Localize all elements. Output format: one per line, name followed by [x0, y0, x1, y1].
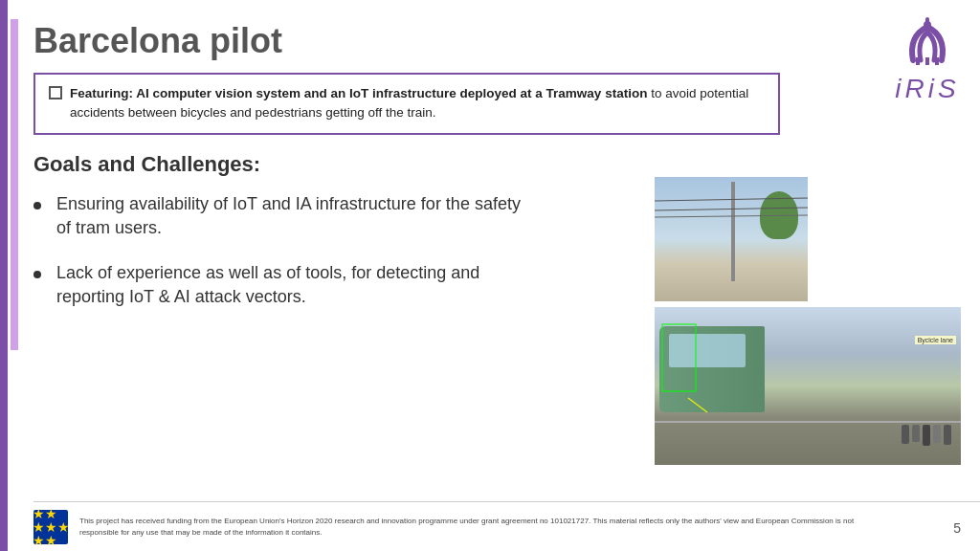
bullet-text-2: Lack of experience as well as of tools, … [56, 261, 522, 309]
checkbox-icon [49, 86, 62, 99]
sky-scene [655, 177, 808, 301]
svg-line-8 [688, 398, 707, 412]
images-container: Byclcle lane [655, 177, 961, 465]
svg-line-4 [655, 198, 808, 201]
goals-title: Goals and Challenges: [33, 152, 980, 177]
tramway-station-image: Byclcle lane [655, 307, 961, 465]
accent-bar-primary [0, 0, 8, 551]
page-number: 5 [953, 520, 961, 536]
eu-flag: ★★★★★★★ [33, 510, 68, 544]
svg-line-6 [655, 215, 808, 217]
tram-scene: Byclcle lane [655, 307, 961, 465]
accent-bars [0, 0, 18, 551]
svg-line-5 [655, 208, 808, 210]
list-item: Ensuring availability of IoT and IA infr… [33, 192, 522, 240]
svg-rect-7 [662, 324, 696, 391]
list-item: Lack of experience as well as of tools, … [33, 261, 522, 309]
accent-bar-secondary [11, 19, 18, 350]
bullet-dot-2 [33, 271, 41, 278]
feature-box: Featuring: AI computer vision system and… [33, 73, 780, 135]
page-title: Barcelona pilot [33, 0, 980, 73]
footer-text: This project has received funding from t… [79, 516, 864, 537]
footer: ★★★★★★★ This project has received fundin… [33, 501, 980, 551]
tramway-sky-image [655, 177, 808, 301]
feature-text: Featuring: AI computer vision system and… [70, 84, 765, 123]
eu-stars-icon: ★★★★★★★ [33, 507, 70, 547]
bullet-text-1: Ensuring availability of IoT and IA infr… [56, 192, 522, 240]
bullet-dot-1 [33, 202, 41, 209]
